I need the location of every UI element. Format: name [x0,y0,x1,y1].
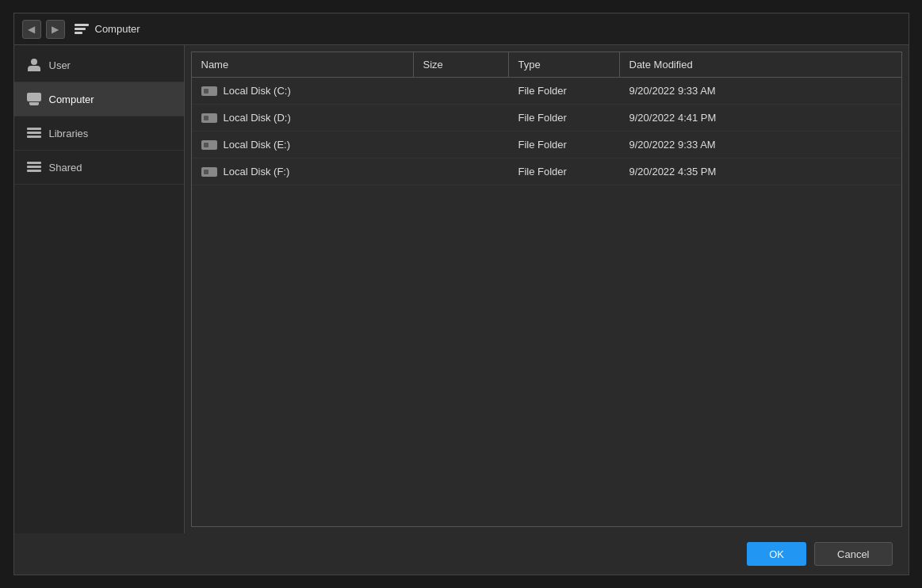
forward-button[interactable]: ▶ [46,20,65,39]
disk-icon [201,113,217,123]
disk-icon [201,140,217,150]
file-date-cell: 9/20/2022 9:33 AM [620,139,794,151]
back-button[interactable]: ◀ [22,20,41,39]
file-date-cell: 9/20/2022 9:33 AM [620,85,794,97]
sidebar-item-label-user: User [49,59,71,71]
file-list: Local Disk (C:) File Folder 9/20/2022 9:… [192,78,901,526]
file-name-cell: Local Disk (F:) [192,166,414,178]
bottom-bar: OK Cancel [14,533,909,575]
table-row[interactable]: Local Disk (F:) File Folder 9/20/2022 4:… [192,158,901,185]
sidebar-item-user[interactable]: User [14,48,184,82]
sidebar: User Computer Libraries [14,45,185,533]
sidebar-item-libraries[interactable]: Libraries [14,116,184,151]
table-row[interactable]: Local Disk (E:) File Folder 9/20/2022 9:… [192,132,901,158]
table-row[interactable]: Local Disk (C:) File Folder 9/20/2022 9:… [192,78,901,105]
computer-icon [27,92,41,106]
file-date-cell: 9/20/2022 4:35 PM [620,166,794,178]
disk-icon [201,167,217,177]
sidebar-item-shared[interactable]: Shared [14,151,184,185]
shared-icon [27,160,41,174]
sidebar-item-label-libraries: Libraries [49,128,89,139]
main-content: User Computer Libraries [14,45,909,533]
sidebar-item-label-shared: Shared [49,162,82,174]
file-type-cell: File Folder [509,139,620,151]
table-row[interactable]: Local Disk (D:) File Folder 9/20/2022 4:… [192,105,901,132]
navigation-buttons: ◀ ▶ [22,20,65,39]
file-type-cell: File Folder [509,85,620,97]
file-date-cell: 9/20/2022 4:41 PM [620,112,794,124]
disk-icon [201,86,217,96]
libraries-icon [27,126,41,140]
titlebar-computer-icon [75,24,89,35]
col-header-size[interactable]: Size [414,52,509,77]
file-name-cell: Local Disk (C:) [192,85,414,97]
file-dialog: ◀ ▶ Computer User Computer [13,13,909,575]
col-header-name[interactable]: Name [192,52,414,77]
file-name-cell: Local Disk (E:) [192,139,414,151]
file-type-cell: File Folder [509,166,620,178]
file-type-cell: File Folder [509,112,620,124]
user-icon [27,58,41,72]
titlebar-title: Computer [95,23,140,35]
titlebar: ◀ ▶ Computer [14,13,909,45]
sidebar-item-computer[interactable]: Computer [14,82,184,116]
file-browser: Name Size Type Date Modified Local Disk … [191,52,902,527]
cancel-button[interactable]: Cancel [814,542,892,566]
col-header-type[interactable]: Type [509,52,620,77]
file-name-cell: Local Disk (D:) [192,112,414,124]
column-headers: Name Size Type Date Modified [192,52,901,78]
col-header-date-modified[interactable]: Date Modified [620,52,901,77]
sidebar-item-label-computer: Computer [49,94,94,105]
ok-button[interactable]: OK [747,542,806,566]
